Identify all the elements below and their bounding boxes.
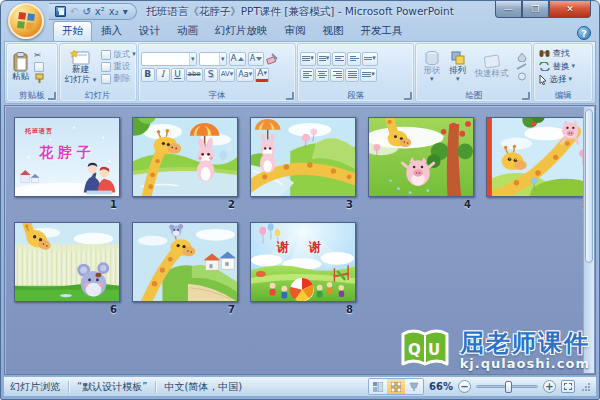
restore-button[interactable]: ❐ (522, 1, 549, 18)
slide-thumbnail-7[interactable] (132, 222, 238, 302)
resize-grip[interactable] (582, 383, 590, 391)
increase-indent-button[interactable] (347, 52, 361, 66)
change-case-button[interactable]: Aa▾ (236, 68, 254, 82)
tab-developer[interactable]: 开发工具 (353, 22, 411, 41)
tab-animation[interactable]: 动画 (169, 22, 206, 41)
save-icon[interactable] (55, 6, 66, 17)
slideshow-view-button[interactable] (405, 379, 423, 394)
text-shadow-button[interactable]: S (204, 68, 218, 82)
character-spacing-button[interactable]: AV▾ (219, 68, 236, 82)
layout-button[interactable]: 版式▾ (101, 49, 135, 60)
status-design-template[interactable]: “默认设计模板” (77, 380, 147, 394)
slide-thumbnail-6[interactable] (14, 222, 120, 302)
bullets-button[interactable]: ▾ (300, 52, 316, 66)
scrollbar-thumb[interactable] (585, 109, 593, 263)
status-language[interactable]: 中文(简体，中国) (164, 380, 242, 394)
tab-home[interactable]: 开始 (53, 21, 92, 41)
new-slide-icon (70, 49, 90, 65)
slide-7-art (133, 223, 237, 301)
slide-thumbnail-3[interactable] (250, 117, 356, 197)
font-dialog-launcher-icon[interactable] (286, 92, 294, 100)
cut-button[interactable]: ✂ (34, 50, 45, 61)
select-button[interactable]: 选择▾ (539, 74, 572, 85)
format-painter-button[interactable] (34, 73, 45, 84)
columns-button[interactable]: ▾ (360, 68, 377, 82)
slide-thumbnail-4[interactable] (368, 117, 474, 197)
underline-button[interactable]: U (171, 68, 185, 82)
office-button[interactable] (8, 3, 44, 39)
help-button[interactable]: ? (577, 26, 591, 40)
zoom-slider[interactable] (476, 385, 538, 388)
tab-view[interactable]: 视图 (315, 22, 352, 41)
normal-view-button[interactable] (369, 379, 387, 394)
justify-button[interactable] (345, 68, 359, 82)
new-slide-label-2: 幻灯片 (65, 74, 91, 84)
slide-cell-3: 3 (250, 117, 356, 210)
title-bar[interactable]: ↶ ↺ x² x₂ ▾ 托班语言《花脖子》PPT课件 [兼容模式] - Micr… (1, 1, 599, 22)
zoom-level[interactable]: 66% (429, 381, 453, 392)
editing-group: 查找 替换▾ 选择▾ 编辑 (533, 43, 593, 102)
drawing-dialog-launcher-icon[interactable] (522, 92, 530, 100)
ribbon: 粘贴 ✂ 剪贴板 (4, 41, 596, 104)
reset-button[interactable]: 重设 (101, 61, 135, 72)
tab-insert[interactable]: 插入 (93, 22, 130, 41)
shape-fill-button[interactable] (516, 52, 528, 62)
status-view-mode[interactable]: 幻灯片浏览 (10, 380, 60, 394)
subscript-icon[interactable]: x₂ (109, 4, 119, 19)
shape-outline-button[interactable] (516, 63, 528, 71)
align-right-button[interactable] (330, 68, 344, 82)
find-icon (539, 49, 550, 58)
tab-design[interactable]: 设计 (131, 22, 168, 41)
strikethrough-button[interactable]: abe (186, 68, 203, 82)
slide-number-1: 1 (14, 197, 120, 210)
align-center-button[interactable] (315, 68, 329, 82)
tab-slideshow[interactable]: 幻灯片放映 (207, 22, 276, 41)
redo-icon[interactable]: ↺ (82, 4, 90, 19)
slide-thumbnail-2[interactable] (132, 117, 238, 197)
slideshow-icon (409, 382, 419, 392)
numbering-icon (319, 56, 326, 61)
slide-thumbnail-1[interactable]: 托班语言 花脖子 (14, 117, 120, 197)
close-button[interactable]: ✕ (549, 1, 591, 18)
tab-review[interactable]: 审阅 (277, 22, 314, 41)
align-left-button[interactable] (300, 68, 314, 82)
decrease-indent-button[interactable] (332, 52, 346, 66)
slide-sorter-view-button[interactable] (387, 379, 405, 394)
slide-thumbnail-8[interactable]: 谢 谢 (250, 222, 356, 302)
zoom-in-button[interactable]: + (543, 380, 556, 393)
shape-effects-button[interactable] (516, 72, 528, 81)
slide-2-art (133, 118, 237, 196)
undo-icon[interactable]: ↶ (70, 4, 78, 19)
quick-styles-icon (483, 54, 501, 69)
copy-button[interactable] (34, 62, 44, 72)
font-name-combo[interactable]: ▾ (141, 52, 197, 66)
shapes-button[interactable]: 形状 ▾ (420, 48, 444, 86)
ribbon-tab-bar: 开始 插入 设计 动画 幻灯片放映 审阅 视图 开发工具 ? (1, 22, 599, 41)
slide-sorter-view[interactable]: 托班语言 花脖子 1 (4, 105, 596, 375)
new-slide-button[interactable]: 新建 幻灯片 ▾ (62, 47, 100, 87)
font-size-combo[interactable]: ▾ (199, 52, 227, 66)
minimize-button[interactable]: — (495, 1, 522, 18)
clear-formatting-button[interactable] (266, 52, 279, 65)
fit-to-window-button[interactable] (561, 380, 575, 393)
bold-button[interactable]: B (141, 68, 155, 82)
italic-button[interactable]: I (156, 68, 170, 82)
superscript-icon[interactable]: x² (95, 4, 105, 19)
find-button[interactable]: 查找 (539, 48, 569, 59)
font-color-button[interactable]: A▾ (255, 68, 269, 82)
delete-slide-button[interactable]: 删除 (101, 73, 135, 84)
drawing-group-label: 绘图 (416, 89, 531, 101)
numbering-button[interactable]: ▾ (317, 52, 332, 66)
paste-button[interactable]: 粘贴 (9, 50, 32, 84)
grow-font-button[interactable]: A (229, 52, 246, 66)
line-spacing-button[interactable]: ▾ (362, 52, 378, 66)
quick-styles-button[interactable]: 快速样式 (472, 52, 512, 81)
paragraph-dialog-launcher-icon[interactable] (404, 92, 412, 100)
slide-thumbnail-5[interactable] (486, 117, 592, 197)
clipboard-dialog-launcher-icon[interactable] (48, 92, 56, 100)
zoom-slider-thumb[interactable] (505, 381, 512, 393)
shrink-font-button[interactable]: A (248, 52, 264, 66)
arrange-button[interactable]: 排列 ▾ (446, 48, 469, 86)
replace-button[interactable]: 替换▾ (539, 61, 575, 72)
zoom-out-button[interactable]: − (458, 380, 471, 393)
